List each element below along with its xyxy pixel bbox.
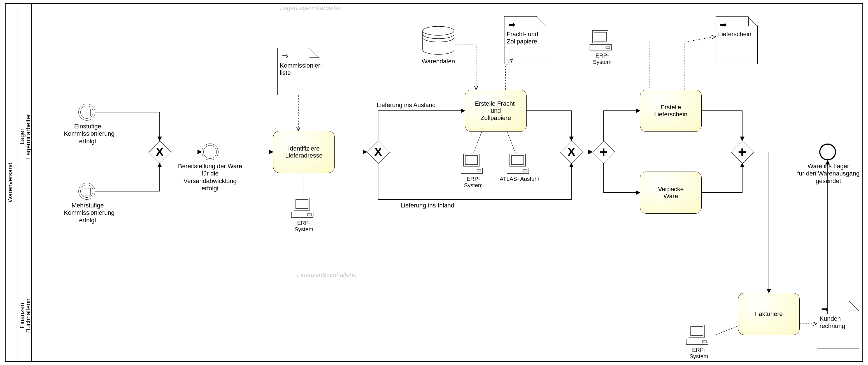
pool-label: Warenversand <box>7 3 14 362</box>
erp-system-1: ERP- System <box>287 197 321 233</box>
label-ausland: Lieferung ins Ausland <box>377 102 450 109</box>
intermediate-label: Bereitstellung der Warefür die Versandab… <box>175 163 245 192</box>
data-kommissionierliste: ⇨ Kommissionier-liste <box>277 48 319 95</box>
erp-system-4: ERP- System <box>682 324 716 360</box>
gateway-parallel-split <box>592 141 615 163</box>
arrow-icon: ➡ <box>821 305 828 313</box>
data-store-warendaten <box>422 26 455 57</box>
data-lieferschein: ➡ Lieferschein <box>716 16 757 64</box>
lane1-role: Lagermitarbeiter <box>25 3 32 270</box>
svg-rect-1 <box>296 200 308 208</box>
svg-rect-12 <box>523 170 527 172</box>
intermediate-event <box>202 143 218 160</box>
arrow-icon: ➡ <box>720 21 727 29</box>
svg-rect-20 <box>703 341 706 343</box>
gateway-merge-destination <box>560 141 583 163</box>
data-kundenrechnung: ➡ Kunden-rechnung <box>817 301 859 348</box>
arrow-icon: ➡ <box>508 21 515 29</box>
label-inland: Lieferung ins Inland <box>401 202 473 209</box>
lane2-watermark: FinanzenBuchhalterin <box>297 271 356 279</box>
gateway-merge-start <box>149 141 171 163</box>
lane2-role: Buchhalterin <box>25 270 32 362</box>
end-label: Ware ins Lagerfür den Warenausganggesend… <box>797 163 860 185</box>
svg-rect-3 <box>308 214 311 216</box>
svg-rect-14 <box>594 32 607 41</box>
start1-label: EinstufigeKommissionierungerfolgt <box>64 123 112 145</box>
gateway-parallel-join <box>731 141 753 163</box>
svg-rect-18 <box>691 327 703 336</box>
task-fakturiere: Fakturiere <box>738 293 800 335</box>
svg-rect-6 <box>465 156 477 165</box>
lane1-watermark: LagerLagermitarbeiter <box>280 4 341 12</box>
gateway-split-destination <box>367 141 389 163</box>
pool-name-sep <box>17 3 18 362</box>
svg-rect-16 <box>606 46 610 49</box>
start-event-einstufig <box>79 104 95 120</box>
task-identifiziere-lieferadresse: IdentifiziereLieferadresse <box>273 131 335 173</box>
task-erstelle-lieferschein: ErstelleLieferschein <box>640 90 702 132</box>
warendaten-label: Warendaten <box>422 58 455 65</box>
svg-rect-8 <box>477 170 481 172</box>
start-event-mehrstufig <box>79 183 95 200</box>
svg-point-4 <box>423 26 454 35</box>
svg-rect-10 <box>512 156 524 165</box>
task-erstelle-fracht-zoll: Erstelle Fracht-undZollpapiere <box>465 90 527 132</box>
arrow-icon: ⇨ <box>281 52 288 60</box>
start2-label: MehrstufigeKommissionierungerfolgt <box>64 202 112 224</box>
task-verpacke-ware: VerpackeWare <box>640 172 702 214</box>
data-fracht-zoll: ➡ Fracht- undZollpapiere <box>504 16 546 64</box>
lane-split <box>17 270 863 270</box>
end-event <box>819 143 836 160</box>
erp-system-3: ERP- System <box>585 29 619 65</box>
bpmn-canvas: Warenversand Lager Lagermitarbeiter Fina… <box>0 0 868 365</box>
erp-system-2: ERP- System <box>457 153 490 189</box>
atlas-system: ATLAS- Ausfuhr <box>499 153 540 182</box>
